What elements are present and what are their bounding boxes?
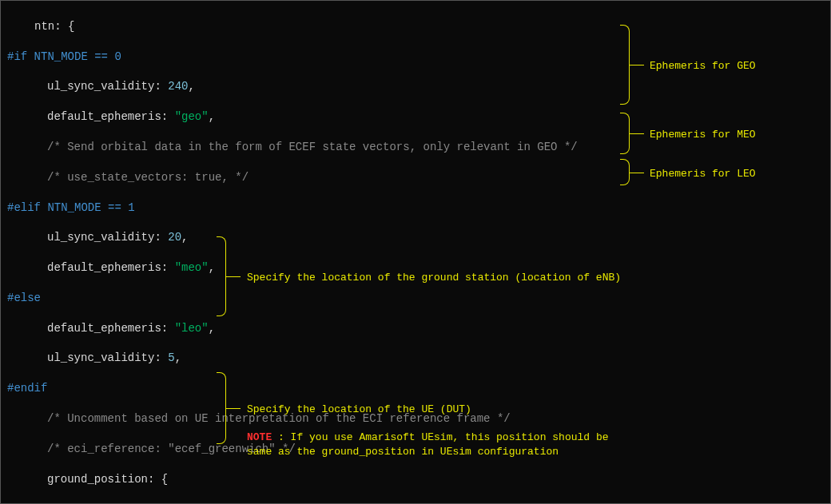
note-label: NOTE: [247, 431, 272, 443]
brace-geo: [620, 25, 630, 105]
preproc-if: #if NTN_MODE == 0: [7, 50, 121, 63]
brace-ue: [217, 372, 226, 444]
code-line: ntn: {: [34, 20, 74, 33]
comment: /* use_state_vectors: true, */: [47, 171, 249, 184]
comment: /* Send orbital data in the form of ECEF…: [47, 141, 578, 153]
preproc-endif: #endif: [7, 382, 47, 395]
annotation-ue: Specify the location of the UE (DUT): [247, 403, 471, 417]
brace-meo: [620, 113, 630, 154]
annotation-meo: Ephemeris for MEO: [650, 128, 756, 142]
note-text: : If you use Amarisoft UEsim, this posit…: [272, 431, 608, 443]
preproc-else: #else: [7, 292, 41, 304]
annotation-geo: Ephemeris for GEO: [650, 59, 756, 73]
annotation-note2: same as the ground_position in UEsim con…: [247, 445, 559, 459]
brace-ground: [217, 236, 226, 316]
code-block: ntn: { #if NTN_MODE == 0 ul_sync_validit…: [7, 4, 740, 504]
preproc-elif: #elif NTN_MODE == 1: [7, 201, 135, 214]
brace-leo: [620, 159, 630, 185]
annotation-note: NOTE : If you use Amarisoft UEsim, this …: [247, 431, 609, 445]
annotation-ground: Specify the location of the ground stati…: [247, 271, 621, 285]
code-line: ground_position: {: [47, 473, 168, 486]
annotation-leo: Ephemeris for LEO: [650, 167, 756, 181]
